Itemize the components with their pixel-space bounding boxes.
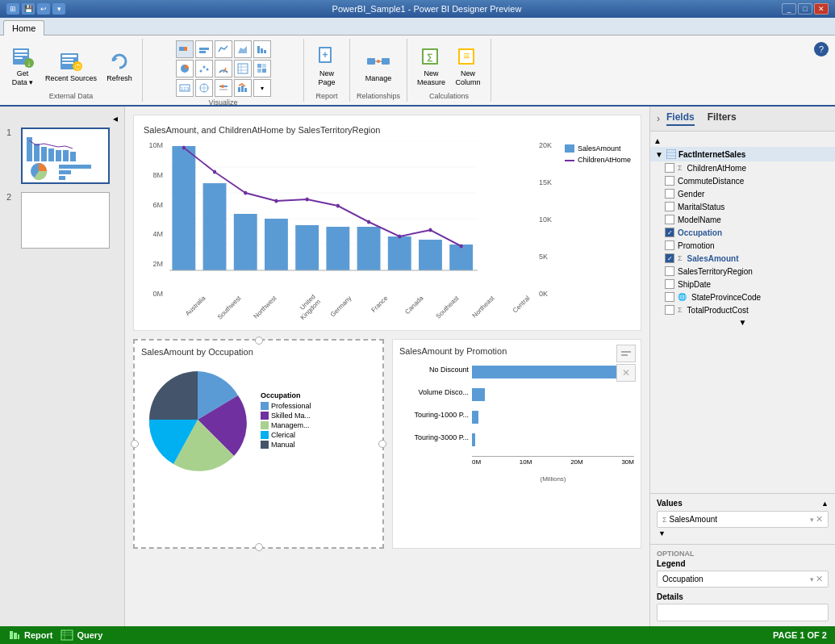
chart-type-area[interactable] bbox=[234, 40, 252, 58]
chart-type-stacked-bar[interactable] bbox=[176, 40, 194, 58]
svg-rect-103 bbox=[18, 634, 19, 639]
pie-chart-container[interactable]: SalesAmount by Occupation Occupation bbox=[133, 339, 384, 549]
pill-dropdown[interactable]: ▾ bbox=[810, 516, 814, 524]
chart-type-table[interactable] bbox=[234, 60, 252, 77]
checkbox-gender[interactable] bbox=[665, 189, 674, 199]
chart-type-card[interactable]: 123 bbox=[176, 79, 194, 97]
tab-home[interactable]: Home bbox=[3, 20, 44, 36]
chart-type-more[interactable]: ▾ bbox=[253, 79, 271, 97]
recent-sources-button[interactable]: ⏱ Recent Sources bbox=[42, 47, 100, 85]
field-promotion[interactable]: Promotion bbox=[650, 239, 835, 252]
checkbox-marital[interactable] bbox=[665, 202, 674, 211]
scroll-up[interactable]: ▲ bbox=[650, 135, 835, 147]
field-marital[interactable]: MaritalStatus bbox=[650, 200, 835, 213]
pages-panel: ◂ 1 bbox=[0, 107, 125, 626]
field-sales-amount[interactable]: ✓ Σ SalesAmount bbox=[650, 252, 835, 265]
close-button[interactable]: ✕ bbox=[814, 3, 829, 15]
field-name-state: StateProvinceCode bbox=[691, 293, 761, 302]
sigma-cost: Σ bbox=[678, 306, 683, 314]
occupation-pill[interactable]: Occupation ▾ ✕ bbox=[657, 571, 829, 588]
svg-point-93 bbox=[428, 228, 432, 232]
bar-chart-container[interactable]: ✕ SalesAmount by Promotion No Discount V… bbox=[392, 339, 641, 549]
field-commute[interactable]: CommuteDistance bbox=[650, 174, 835, 187]
chart-icon-clear[interactable]: ✕ bbox=[616, 364, 636, 382]
field-shipdate[interactable]: ShipDate bbox=[650, 278, 835, 291]
svg-rect-61 bbox=[48, 148, 54, 161]
values-scroll-up[interactable]: ▲ bbox=[821, 500, 829, 508]
chart-type-scatter[interactable] bbox=[195, 60, 213, 77]
report-nav[interactable]: Report bbox=[8, 629, 52, 642]
field-children[interactable]: Σ ChildrenAtHome bbox=[650, 161, 835, 174]
chart-type-bar[interactable] bbox=[195, 40, 213, 58]
get-data-button[interactable]: ↓ GetData ▾ bbox=[6, 42, 39, 89]
quick-access-save[interactable]: 💾 bbox=[22, 3, 35, 15]
field-gender[interactable]: Gender bbox=[650, 187, 835, 200]
title-bar-icons: ⊞ 💾 ↩ ▾ bbox=[6, 3, 65, 15]
chart-type-gauge[interactable] bbox=[215, 60, 232, 77]
drag-handle-right[interactable] bbox=[378, 440, 386, 448]
collapse-pages[interactable]: ◂ bbox=[6, 113, 118, 124]
fact-internet-sales-header[interactable]: ▼ FactInternetSales bbox=[650, 147, 835, 161]
maximize-button[interactable]: □ bbox=[798, 3, 812, 15]
occupation-dropdown[interactable]: ▾ bbox=[810, 575, 814, 583]
occupation-remove[interactable]: ✕ bbox=[816, 574, 823, 584]
new-measure-button[interactable]: ∑ NewMeasure bbox=[414, 42, 449, 89]
sales-amount-pill[interactable]: Σ SalesAmount ▾ ✕ bbox=[657, 511, 829, 528]
page-1-thumb[interactable] bbox=[21, 128, 110, 184]
checkbox-occupation[interactable]: ✓ bbox=[665, 228, 674, 237]
field-model[interactable]: ModelName bbox=[650, 213, 835, 226]
field-total-cost[interactable]: Σ TotalProductCost bbox=[650, 303, 835, 316]
checkbox-promotion[interactable] bbox=[665, 240, 674, 250]
svg-rect-31 bbox=[262, 64, 266, 68]
scroll-down[interactable]: ▼ bbox=[650, 316, 835, 328]
drag-handle-top[interactable] bbox=[255, 337, 263, 345]
chart-type-combo[interactable] bbox=[234, 79, 252, 97]
new-measure-label: NewMeasure bbox=[417, 69, 445, 87]
new-column-button[interactable]: ≡ NewColumn bbox=[452, 42, 484, 89]
chart-type-matrix[interactable] bbox=[253, 60, 271, 77]
details-drop-area[interactable] bbox=[657, 604, 829, 621]
field-occupation[interactable]: ✓ Occupation bbox=[650, 226, 835, 239]
checkbox-state[interactable] bbox=[665, 292, 674, 302]
chart-type-map[interactable] bbox=[195, 79, 213, 97]
checkbox-territory[interactable] bbox=[665, 266, 674, 276]
chart-type-pie[interactable] bbox=[176, 60, 194, 77]
drag-handle-bottom[interactable] bbox=[255, 543, 263, 551]
label-clerical: Clerical bbox=[271, 431, 295, 439]
field-state[interactable]: 🌐 StateProvinceCode bbox=[650, 291, 835, 303]
tab-fields[interactable]: Fields bbox=[666, 111, 695, 126]
chart-type-column[interactable] bbox=[253, 40, 271, 58]
query-nav[interactable]: Query bbox=[61, 629, 102, 642]
quick-access-undo[interactable]: ↩ bbox=[37, 3, 50, 15]
chart-type-slicer[interactable] bbox=[215, 79, 232, 97]
main-chart-container[interactable]: SalesAmount, and ChildrenAtHome by Sales… bbox=[133, 115, 641, 331]
checkbox-model[interactable] bbox=[665, 215, 674, 224]
chart-icon-bar[interactable] bbox=[616, 345, 636, 362]
pill-remove[interactable]: ✕ bbox=[816, 514, 823, 525]
drag-handle-left[interactable] bbox=[131, 440, 139, 448]
checkbox-total-cost[interactable] bbox=[665, 305, 674, 315]
panel-collapse-icon[interactable]: › bbox=[657, 113, 660, 124]
new-page-button[interactable]: + NewPage bbox=[311, 42, 343, 89]
help-button[interactable]: ? bbox=[814, 42, 829, 56]
quick-access-dropdown[interactable]: ▾ bbox=[52, 3, 65, 15]
refresh-button[interactable]: Refresh bbox=[103, 47, 136, 85]
svg-point-85 bbox=[182, 146, 186, 150]
field-territory[interactable]: SalesTerritoryRegion bbox=[650, 265, 835, 278]
checkbox-sales-amount[interactable]: ✓ bbox=[665, 253, 674, 263]
field-name-model: ModelName bbox=[678, 215, 721, 224]
checkbox-shipdate[interactable] bbox=[665, 279, 674, 289]
page-2-thumb[interactable] bbox=[21, 192, 110, 249]
values-scroll-down[interactable]: ▼ bbox=[657, 528, 829, 539]
tab-filters[interactable]: Filters bbox=[708, 111, 737, 126]
page-1-item[interactable]: 1 bbox=[6, 128, 118, 184]
checkbox-children[interactable] bbox=[665, 163, 674, 173]
chart-type-line[interactable] bbox=[215, 40, 232, 58]
manage-relationships-button[interactable]: Manage bbox=[362, 47, 395, 85]
label-manual: Manual bbox=[271, 441, 295, 449]
checkbox-commute[interactable] bbox=[665, 176, 674, 186]
svg-rect-98 bbox=[666, 149, 676, 159]
page-2-item[interactable]: 2 bbox=[6, 192, 118, 249]
minimize-button[interactable]: _ bbox=[782, 3, 796, 15]
calculations-group-label: Calculations bbox=[429, 92, 469, 100]
